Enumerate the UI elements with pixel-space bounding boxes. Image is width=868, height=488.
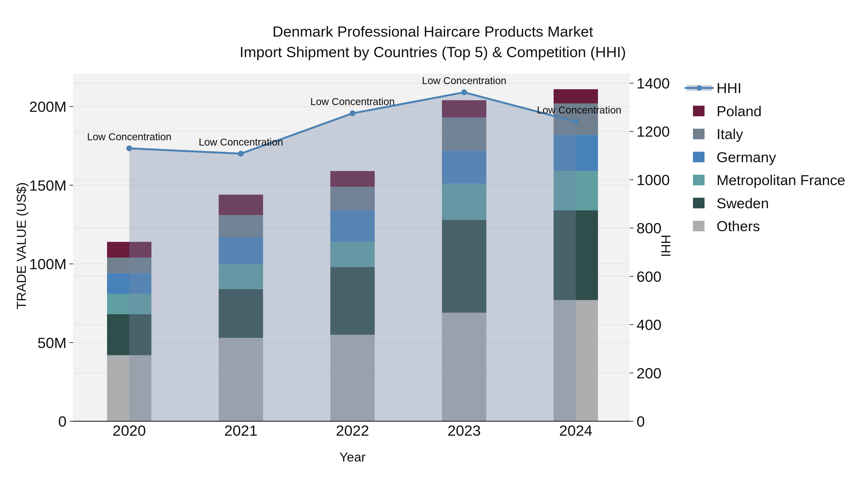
hhi-point-2023 [461, 89, 467, 95]
chart-plot: Low ConcentrationLow ConcentrationLow Co… [0, 0, 868, 488]
y-right-tick-label: 0 [637, 413, 645, 430]
legend-label-poland: Poland [717, 103, 762, 119]
y-axis-label-left: TRADE VALUE (US$) [14, 182, 29, 309]
annotation-label-2022: Low Concentration [310, 96, 395, 107]
chart-title: Denmark Professional Haircare Products M… [240, 21, 626, 62]
y-right-tick-label: 800 [637, 220, 661, 236]
x-tick-label-2024: 2024 [559, 422, 592, 439]
y-right-tick-label: 600 [637, 268, 661, 285]
legend-label-sweden: Sweden [717, 195, 769, 212]
legend-label-italy: Italy [717, 126, 743, 142]
chart-canvas: Low ConcentrationLow ConcentrationLow Co… [0, 0, 868, 488]
legend-swatch-others [693, 221, 705, 231]
y-axis-label-right: HHI [658, 235, 674, 257]
legend-hhi-marker [696, 85, 702, 91]
chart-title-line2: Import Shipment by Countries (Top 5) & C… [240, 42, 626, 62]
legend-swatch-italy [693, 129, 705, 139]
legend-label-metropolitan-france: Metropolitan France [717, 172, 845, 188]
legend-label-others: Others [717, 218, 760, 234]
legend-item-hhi [685, 85, 714, 91]
x-tick-label-2020: 2020 [113, 422, 146, 439]
hhi-point-2021 [238, 151, 244, 157]
y-right-tick-label: 1400 [637, 75, 670, 92]
y-right-tick-label: 1000 [637, 171, 670, 188]
annotation-label-2021: Low Concentration [199, 136, 283, 148]
y-left-tick-label: 0 [58, 413, 66, 430]
chart-title-line1: Denmark Professional Haircare Products M… [240, 21, 626, 42]
legend-swatch-poland [693, 106, 705, 117]
hhi-point-2022 [350, 110, 355, 116]
hhi-point-2020 [126, 145, 132, 151]
legend-label-germany: Germany [717, 149, 776, 165]
bar-segment-poland-2024 [554, 89, 598, 103]
annotation-label-2020: Low Concentration [87, 131, 172, 142]
y-left-tick-label: 150M [29, 177, 66, 194]
annotation-label-2024: Low Concentration [537, 104, 621, 116]
y-left-tick-label: 50M [37, 334, 66, 351]
y-right-tick-label: 400 [637, 317, 661, 333]
annotation-label-2023: Low Concentration [422, 75, 506, 86]
y-right-tick-label: 1200 [637, 123, 670, 140]
legend-swatch-germany [693, 152, 705, 162]
y-right-tick-label: 200 [637, 365, 661, 382]
x-tick-label-2022: 2022 [336, 422, 369, 439]
y-left-tick-label: 100M [29, 256, 66, 272]
hhi-point-2024 [573, 119, 579, 125]
x-tick-label-2021: 2021 [224, 422, 257, 439]
x-tick-label-2023: 2023 [447, 422, 481, 439]
x-axis-label: Year [339, 450, 366, 464]
legend-label-hhi: HHI [717, 80, 741, 96]
legend-swatch-metropolitan-france [693, 175, 705, 185]
y-left-tick-label: 200M [29, 98, 66, 115]
legend-swatch-sweden [693, 198, 705, 208]
